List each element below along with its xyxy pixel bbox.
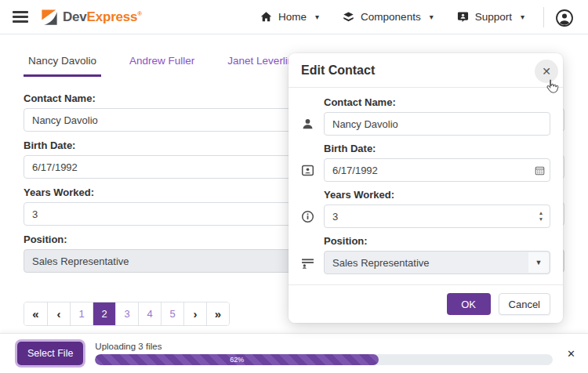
ok-button[interactable]: OK [447,293,491,315]
upload-status-text: Uploading 3 files [95,342,553,351]
close-icon: ✕ [542,65,551,78]
devexpress-logo-icon [41,9,58,26]
chevron-down-icon: ▾ [521,13,524,21]
close-icon: ✕ [567,348,575,360]
layers-icon [343,11,354,23]
pager-last-button[interactable]: » [206,302,229,325]
info-icon [301,205,314,228]
nav-item-components[interactable]: Components ▾ [343,11,434,23]
pager-next-button[interactable]: › [183,302,206,325]
pager-prev-button[interactable]: ‹ [47,302,70,325]
birth-date-label: Birth Date: [324,143,550,154]
nav-item-support[interactable]: Support ▾ [457,11,524,23]
years-worked-label: Years Worked: [324,189,550,201]
chevron-down-icon: ▾ [315,13,319,21]
contact-name-label: Contact Name: [324,96,550,108]
nav-menu: Home ▾ Components ▾ [237,7,579,27]
modal-title: Edit Contact [301,63,375,78]
user-account-button[interactable] [555,7,579,27]
modal-birth-date-input[interactable] [324,158,550,182]
contact-card-icon [301,158,314,182]
modal-contact-name-input[interactable] [324,112,550,136]
upload-close-button[interactable]: ✕ [567,348,575,360]
modal-body: Contact Name: Birth Date: [289,88,563,274]
modal-header: Edit Contact [289,53,563,88]
home-icon [260,11,272,23]
modal-years-worked-input[interactable] [324,205,550,228]
modal-footer: OK Cancel [289,284,563,323]
navbar: DevExpress® Home ▾ Compone [0,0,588,34]
progress-bar-track: 62% [95,354,553,365]
modal-position-select[interactable]: Sales Representative ▼ [324,251,550,274]
file-uploader-bar: Select File Uploading 3 files 62% ✕ [0,333,588,373]
brand-text: DevExpress® [63,9,142,25]
chevron-down-icon: ▾ [430,13,434,21]
pager: « ‹ 1 2 3 4 5 › » [24,302,230,326]
nav-divider [543,7,544,27]
nav-item-home[interactable]: Home ▾ [260,11,319,23]
spin-up-button[interactable]: ▲ [539,211,543,215]
progress-bar-fill: 62% [95,354,379,365]
position-select-value: Sales Representative [332,257,430,269]
pager-page-3[interactable]: 3 [115,302,138,325]
user-circle-icon [555,9,574,27]
user-icon [301,112,314,136]
spin-down-button[interactable]: ▼ [539,217,543,222]
select-file-button[interactable]: Select File [17,342,83,365]
pager-page-5[interactable]: 5 [161,302,183,325]
tab-andrew-fuller[interactable]: Andrew Fuller [125,55,199,77]
chat-icon [457,11,469,23]
position-label: Position: [324,235,550,247]
edit-contact-modal: Edit Contact ✕ Contact Name: [289,53,563,323]
dropdown-arrow-icon: ▼ [535,259,543,266]
nav-item-label: Support [475,11,512,23]
position-icon [301,251,314,274]
cancel-button[interactable]: Cancel [499,293,550,315]
hamburger-menu-icon[interactable] [13,11,28,23]
dropdown-button[interactable]: ▼ [528,252,549,273]
upload-progress-group: Uploading 3 files 62% [95,342,553,365]
spin-buttons: ▲ ▼ [532,205,550,227]
progress-percent-label: 62% [95,354,379,365]
position-select-value: Sales Representative [32,255,129,267]
page: DevExpress® Home ▾ Compone [0,0,588,373]
calendar-icon[interactable] [529,159,550,181]
modal-close-button[interactable]: ✕ [535,60,558,83]
nav-item-label: Components [361,11,421,23]
pager-page-2-active[interactable]: 2 [93,302,115,325]
nav-item-label: Home [278,11,307,23]
pager-page-1[interactable]: 1 [70,302,93,325]
devexpress-logo[interactable]: DevExpress® [41,9,142,26]
pager-first-button[interactable]: « [24,302,47,325]
pager-page-4[interactable]: 4 [138,302,161,325]
tab-nancy-davolio[interactable]: Nancy Davolio [24,55,101,77]
